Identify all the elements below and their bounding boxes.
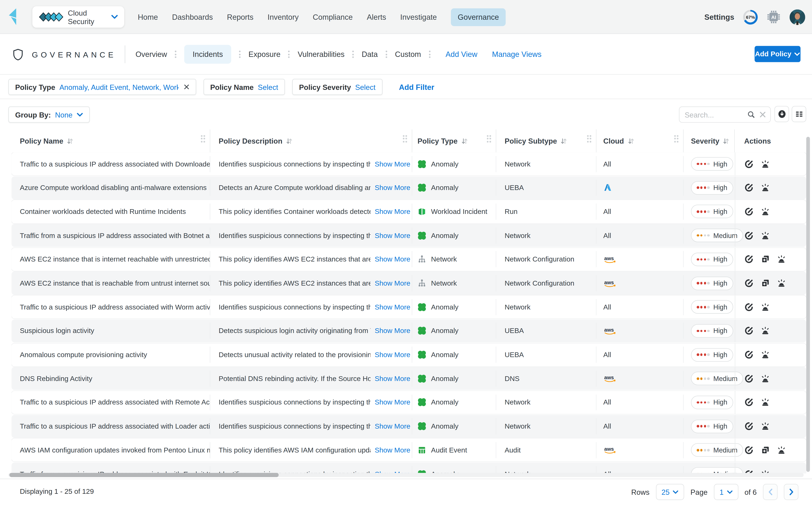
column-drag-handle[interactable] xyxy=(200,135,205,142)
ai-copilot-icon[interactable]: AI xyxy=(767,10,781,24)
edit-action-icon[interactable] xyxy=(745,183,754,192)
nav-item-investigate[interactable]: Investigate xyxy=(400,13,437,21)
page-select[interactable]: 1 xyxy=(714,484,738,500)
policy-name-cell[interactable]: Traffic to a suspicious IP address assoc… xyxy=(11,391,210,414)
horizontal-scrollbar-track[interactable] xyxy=(8,473,804,477)
column-header-policy-subtype[interactable]: Policy Subtype xyxy=(496,129,596,152)
group-by-dropdown[interactable]: Group By: None xyxy=(8,107,90,123)
table-row[interactable]: Anomalous compute provisioning activity … xyxy=(11,343,806,366)
alarm-action-icon[interactable] xyxy=(761,374,770,383)
table-row[interactable]: Traffic to a suspicious IP address assoc… xyxy=(11,295,806,319)
sort-icon[interactable] xyxy=(67,137,73,144)
show-more-link[interactable]: Show More xyxy=(375,446,410,454)
edit-action-icon[interactable] xyxy=(745,160,754,168)
edit-action-icon[interactable] xyxy=(745,398,754,407)
clone-action-icon[interactable] xyxy=(761,255,770,264)
alarm-action-icon[interactable] xyxy=(777,279,786,288)
user-avatar[interactable] xyxy=(790,9,805,25)
column-header-cloud[interactable]: Cloud xyxy=(596,129,684,152)
sort-icon[interactable] xyxy=(628,137,634,144)
filter-chip-policy-type[interactable]: Policy Type Anomaly, Audit Event, Networ… xyxy=(8,79,196,95)
alarm-action-icon[interactable] xyxy=(761,231,770,240)
alarm-action-icon[interactable] xyxy=(761,160,770,168)
edit-action-icon[interactable] xyxy=(745,446,754,455)
table-row[interactable]: Suspicious login activity Detects suspic… xyxy=(11,320,806,342)
table-row[interactable]: Traffic to a suspicious IP address assoc… xyxy=(11,415,806,438)
show-more-link[interactable]: Show More xyxy=(375,422,410,430)
clone-action-icon[interactable] xyxy=(761,279,770,288)
sort-icon[interactable] xyxy=(286,137,292,144)
policy-name-cell[interactable]: Traffic to a suspicious IP address assoc… xyxy=(11,153,210,176)
table-row[interactable]: AWS EC2 instance that is reachable from … xyxy=(11,271,806,295)
nav-item-governance[interactable]: Governance xyxy=(451,8,506,26)
rows-per-page-select[interactable]: 25 xyxy=(656,484,684,500)
policy-name-cell[interactable]: DNS Rebinding Activity xyxy=(11,367,210,390)
previous-page-button[interactable] xyxy=(763,484,778,500)
show-more-link[interactable]: Show More xyxy=(375,303,410,311)
filter-chip-policy-severity[interactable]: Policy Severity Select xyxy=(292,79,382,95)
policy-name-cell[interactable]: AWS EC2 instance that is reachable from … xyxy=(11,271,210,295)
column-drag-handle[interactable] xyxy=(403,135,407,142)
table-row[interactable]: Traffic to a suspicious IP address assoc… xyxy=(11,153,806,176)
show-more-link[interactable]: Show More xyxy=(375,398,410,407)
alarm-action-icon[interactable] xyxy=(761,327,770,335)
add-policy-button[interactable]: Add Policy xyxy=(755,46,801,62)
alarm-action-icon[interactable] xyxy=(761,398,770,407)
table-row[interactable]: DNS Rebinding Activity Potential DNS reb… xyxy=(11,367,806,390)
tab-menu-kebab-icon[interactable] xyxy=(288,50,290,58)
tab-overview[interactable]: Overview xyxy=(135,50,167,58)
table-row[interactable]: AWS IAM configuration updates invoked fr… xyxy=(11,439,806,462)
policy-name-cell[interactable]: Container workloads detected with Runtim… xyxy=(11,200,210,223)
tab-menu-kebab-icon[interactable] xyxy=(175,50,177,58)
edit-action-icon[interactable] xyxy=(745,231,754,240)
table-row[interactable]: Traffic from a suspicious IP address ass… xyxy=(11,224,806,247)
edit-action-icon[interactable] xyxy=(745,279,754,288)
show-more-link[interactable]: Show More xyxy=(375,208,410,216)
show-more-link[interactable]: Show More xyxy=(375,184,410,192)
column-header-severity[interactable]: Severity xyxy=(684,129,735,152)
search-input[interactable] xyxy=(685,111,743,119)
nav-item-inventory[interactable]: Inventory xyxy=(268,13,299,21)
column-drag-handle[interactable] xyxy=(487,135,491,142)
policy-name-cell[interactable]: AWS IAM configuration updates invoked fr… xyxy=(11,439,210,462)
show-more-link[interactable]: Show More xyxy=(375,279,410,287)
edit-action-icon[interactable] xyxy=(745,374,754,383)
column-drag-handle[interactable] xyxy=(587,135,591,142)
alarm-action-icon[interactable] xyxy=(761,350,770,359)
show-more-link[interactable]: Show More xyxy=(375,375,410,383)
vertical-scrollbar-thumb[interactable] xyxy=(806,137,810,472)
alarm-action-icon[interactable] xyxy=(761,207,770,216)
tab-custom[interactable]: Custom xyxy=(395,50,421,58)
product-selector-dropdown[interactable]: Cloud Security xyxy=(32,6,124,28)
nav-item-alerts[interactable]: Alerts xyxy=(367,13,386,21)
policy-name-cell[interactable]: Traffic from a suspicious IP address ass… xyxy=(11,462,210,473)
settings-link[interactable]: Settings xyxy=(705,13,734,21)
show-more-link[interactable]: Show More xyxy=(375,231,410,239)
edit-action-icon[interactable] xyxy=(745,327,754,335)
adoption-progress-ring[interactable]: 67% xyxy=(743,10,758,24)
sort-icon[interactable] xyxy=(560,137,567,144)
table-row[interactable]: Container workloads detected with Runtim… xyxy=(11,200,806,223)
download-button[interactable] xyxy=(774,106,789,122)
table-row[interactable]: Azure Compute workload disabling anti-ma… xyxy=(11,176,806,199)
horizontal-scrollbar-thumb[interactable] xyxy=(9,473,279,477)
table-row[interactable]: Traffic to a suspicious IP address assoc… xyxy=(11,391,806,414)
policy-name-cell[interactable]: Azure Compute workload disabling anti-ma… xyxy=(11,176,210,199)
close-icon[interactable] xyxy=(184,84,189,90)
edit-action-icon[interactable] xyxy=(745,350,754,359)
tab-menu-kebab-icon[interactable] xyxy=(352,50,354,58)
table-row[interactable]: AWS EC2 instance that is internet reacha… xyxy=(11,248,806,271)
column-header-policy-description[interactable]: Policy Description xyxy=(210,129,412,152)
policy-name-cell[interactable]: AWS EC2 instance that is internet reacha… xyxy=(11,248,210,271)
add-filter-link[interactable]: Add Filter xyxy=(399,83,434,91)
tab-data[interactable]: Data xyxy=(362,50,378,58)
nav-item-home[interactable]: Home xyxy=(138,13,158,21)
filter-chip-policy-name[interactable]: Policy Name Select xyxy=(204,79,285,95)
tab-menu-kebab-icon[interactable] xyxy=(386,50,387,58)
clone-action-icon[interactable] xyxy=(761,446,770,455)
policy-name-cell[interactable]: Traffic to a suspicious IP address assoc… xyxy=(11,295,210,319)
nav-item-reports[interactable]: Reports xyxy=(227,13,253,21)
policy-name-cell[interactable]: Traffic from a suspicious IP address ass… xyxy=(11,224,210,247)
show-more-link[interactable]: Show More xyxy=(375,351,410,359)
add-view-link[interactable]: Add View xyxy=(446,50,477,58)
